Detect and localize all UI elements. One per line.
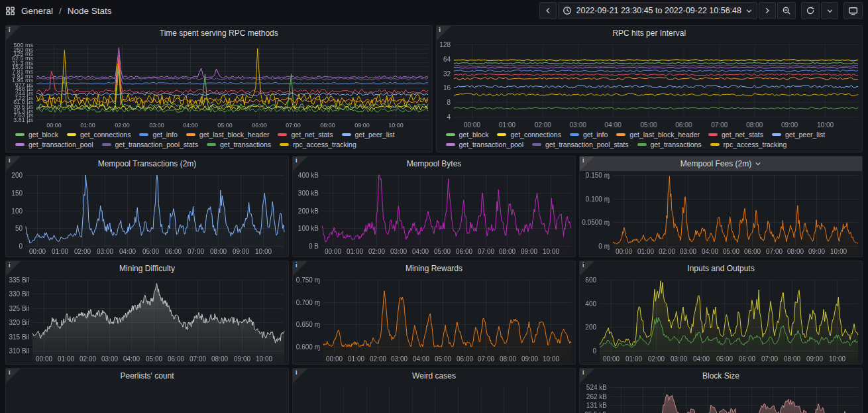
legend-item[interactable]: get_net_stats (278, 131, 333, 139)
panel-title[interactable]: Block Size (580, 369, 862, 383)
legend-item[interactable]: get_transaction_pool (15, 141, 93, 148)
legend-label: get_block (459, 131, 489, 139)
chart-canvas[interactable] (293, 383, 575, 413)
legend-item[interactable]: get_transaction_pool (446, 141, 524, 148)
panel-mempool-fees: i Mempool Fees (2m) (579, 156, 863, 257)
panel-mempool-bytes: i Mempool Bytes (292, 156, 576, 257)
legend-label: get_peer_list (785, 131, 825, 139)
chart-canvas[interactable] (6, 383, 288, 413)
panel-title[interactable]: Mempool Transactions (2m) (6, 156, 288, 171)
chevron-down-icon (826, 7, 834, 15)
legend-item[interactable]: get_block (15, 131, 58, 139)
panel-title[interactable]: Mempool Fees (2m) (580, 156, 862, 171)
refresh-button[interactable] (801, 2, 820, 19)
chart-canvas[interactable] (580, 171, 862, 257)
panel-title[interactable]: Mempool Bytes (293, 156, 575, 171)
legend-item[interactable]: get_last_block_header (186, 131, 270, 139)
legend-label: get_transaction_pool (28, 141, 93, 148)
legend-label: rpc_access_tracking (724, 141, 787, 148)
chart-canvas[interactable] (437, 40, 863, 130)
chart-canvas[interactable] (293, 276, 575, 364)
panel-info-corner[interactable]: i (6, 26, 21, 40)
refresh-icon (806, 6, 815, 15)
legend-item[interactable]: get_transaction_pool_stats (532, 141, 629, 148)
panel-info-corner[interactable]: i (437, 26, 451, 40)
time-controls-group: 2022-09-21 23:30:45 to 2022-09-22 10:56:… (539, 2, 796, 19)
legend-swatch (186, 133, 195, 136)
legend-item[interactable]: get_transactions (207, 141, 271, 148)
legend-label: get_last_block_header (629, 131, 700, 139)
legend-item[interactable]: get_net_stats (708, 131, 763, 139)
tv-mode-button[interactable] (843, 2, 863, 19)
refresh-group (801, 2, 838, 19)
panel-title[interactable]: Time spent serving RPC methods (6, 26, 432, 40)
legend-item[interactable]: get_transaction_pool_stats (102, 141, 199, 148)
chevron-left-icon (544, 7, 552, 15)
legend-item[interactable]: get_block (446, 131, 489, 139)
panel-info-corner[interactable]: i (580, 156, 594, 171)
breadcrumb: General / Node Stats (5, 6, 112, 16)
panel-title[interactable]: RPC hits per Interval (437, 26, 863, 40)
legend-item[interactable]: get_peer_list (342, 131, 395, 139)
legend-item[interactable]: get_peer_list (772, 131, 825, 139)
legend-item[interactable]: get_transactions (637, 141, 702, 148)
panel-info-corner[interactable]: i (580, 369, 594, 383)
legend-swatch (532, 143, 541, 146)
panel-info-corner[interactable]: i (6, 261, 21, 276)
legend-swatch (342, 133, 351, 136)
chart-canvas[interactable] (6, 276, 288, 364)
time-shift-forward-button[interactable] (759, 2, 776, 19)
breadcrumb-dashboard-title[interactable]: Node Stats (68, 6, 112, 16)
legend-swatch (446, 143, 455, 146)
panel-title[interactable]: Inputs and Outputs (580, 261, 862, 276)
toolbar: 2022-09-21 23:30:45 to 2022-09-22 10:56:… (539, 2, 863, 19)
chart-canvas[interactable] (6, 171, 288, 257)
chart-canvas[interactable] (6, 40, 432, 130)
legend-item[interactable]: get_connections (497, 131, 561, 139)
panel-info-corner[interactable]: i (580, 261, 594, 276)
legend-item[interactable]: get_connections (67, 131, 131, 139)
legend-item[interactable]: get_info (139, 131, 177, 139)
legend-label: get_transaction_pool_stats (115, 141, 199, 148)
panel-title[interactable]: Mining Rewards (293, 261, 575, 276)
legend-item[interactable]: get_last_block_header (616, 131, 700, 139)
legend-swatch (570, 133, 579, 136)
legend-label: rpc_access_tracking (293, 141, 356, 148)
chart-canvas[interactable] (293, 171, 575, 257)
panel-info-corner[interactable]: i (6, 156, 21, 171)
legend-swatch (278, 133, 287, 136)
legend-item[interactable]: rpc_access_tracking (280, 141, 356, 148)
legend-swatch (139, 133, 148, 136)
legend-swatch (280, 143, 289, 146)
panel-info-corner[interactable]: i (293, 156, 307, 171)
breadcrumb-folder[interactable]: General (21, 6, 53, 16)
legend-swatch (67, 133, 76, 136)
legend-label: get_block (28, 131, 58, 139)
panel-title[interactable]: Peerlists' count (6, 369, 288, 383)
apps-grid-icon[interactable] (5, 6, 15, 16)
breadcrumb-separator: / (59, 6, 62, 16)
legend-label: get_transaction_pool_stats (545, 141, 629, 148)
legend-item[interactable]: get_info (570, 131, 608, 139)
time-shift-back-button[interactable] (539, 2, 557, 19)
top-navbar: General / Node Stats 2022-09-21 23:30:45… (0, 0, 868, 21)
panel-info-corner[interactable]: i (293, 369, 307, 383)
panel-info-corner[interactable]: i (6, 369, 21, 383)
legend-swatch (708, 133, 718, 136)
time-range-text: 2022-09-21 23:30:45 to 2022-09-22 10:56:… (576, 6, 741, 15)
refresh-interval-dropdown[interactable] (821, 2, 838, 19)
panel-title[interactable]: Mining Difficulty (6, 261, 288, 276)
chart-canvas[interactable] (580, 383, 862, 413)
legend-label: get_connections (80, 131, 131, 139)
legend-label: get_connections (510, 131, 561, 139)
chart-canvas[interactable] (580, 276, 862, 364)
legend-item[interactable]: rpc_access_tracking (710, 141, 787, 148)
panel-rpc-hits: i RPC hits per Interval get_blockget_con… (436, 25, 863, 152)
legend-swatch (446, 133, 455, 136)
chart-legend: get_blockget_connectionsget_infoget_last… (6, 130, 432, 152)
zoom-out-button[interactable] (777, 2, 796, 19)
time-range-picker-button[interactable]: 2022-09-21 23:30:45 to 2022-09-22 10:56:… (558, 2, 757, 19)
panel-title[interactable]: Weird cases (293, 369, 575, 383)
panel-info-corner[interactable]: i (293, 261, 307, 276)
zoom-out-icon (782, 6, 791, 15)
